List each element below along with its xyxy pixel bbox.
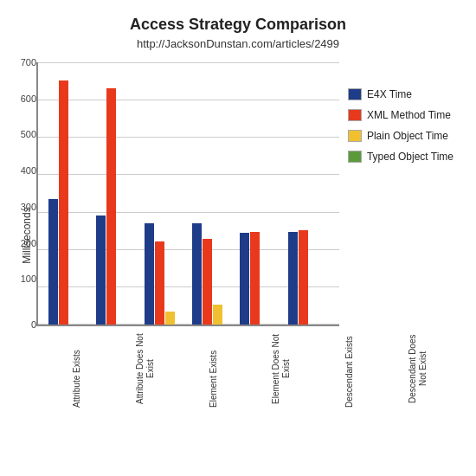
legend-label: Typed Object Time — [367, 151, 453, 163]
bar-xml — [155, 241, 164, 325]
legend-color-box — [348, 109, 362, 121]
bar-group — [285, 62, 332, 325]
bar-group — [189, 62, 236, 325]
legend-item: Plain Object Time — [348, 130, 453, 142]
bar-xml — [106, 88, 116, 325]
bar-group — [141, 62, 189, 325]
y-tick: 500 — [5, 130, 36, 139]
x-labels-row: Attribute ExistsAttribute Does Not Exist… — [36, 326, 459, 408]
bar-group — [236, 62, 284, 325]
bars-row — [189, 223, 236, 325]
legend-label: Plain Object Time — [367, 130, 448, 142]
x-label: Attribute Does Not Exist — [135, 330, 156, 408]
bar-group — [45, 62, 93, 325]
plot-area: 7006005004003002001000 — [36, 62, 339, 326]
bars-container — [38, 62, 339, 325]
bars-row — [141, 223, 189, 325]
bars-row — [93, 88, 140, 325]
chart-title: Access Strategy Comparison — [130, 16, 346, 34]
y-tick: 400 — [5, 166, 36, 176]
bar-xml — [203, 239, 212, 325]
x-label: Descendant Does Not Exist — [408, 330, 428, 408]
y-tick: 300 — [5, 202, 36, 211]
x-label-cell: Element Exists — [179, 326, 248, 408]
x-label: Element Does Not Exist — [271, 330, 292, 408]
legend-item: XML Method Time — [348, 109, 453, 121]
y-tick: 700 — [5, 58, 36, 68]
legend: E4X TimeXML Method TimePlain Object Time… — [339, 62, 459, 326]
y-tick: 600 — [5, 93, 36, 103]
bar-xml — [299, 230, 308, 325]
bar-plain — [165, 312, 175, 325]
bar-e4x — [48, 199, 58, 325]
legend-color-box — [348, 88, 362, 100]
legend-label: E4X Time — [367, 88, 412, 100]
bars-row — [285, 230, 332, 325]
bars-row — [236, 232, 284, 325]
legend-color-box — [348, 151, 362, 163]
plot-and-legend: 7006005004003002001000 E4X TimeXML Metho… — [36, 62, 459, 326]
x-label-cell: Element Does Not Exist — [248, 326, 316, 408]
x-label: Descendant Exists — [344, 330, 355, 408]
y-tick: 0 — [5, 319, 36, 329]
chart-content: 7006005004003002001000 E4X TimeXML Metho… — [36, 62, 459, 408]
x-label: Attribute Exists — [72, 330, 82, 408]
bar-e4x — [240, 233, 249, 325]
bars-row — [45, 80, 93, 325]
bar-e4x — [288, 232, 298, 325]
chart-url: http://JacksonDunstan.com/articles/2499 — [137, 37, 339, 50]
chart-area: Milliseconds 7006005004003002001000 E4X … — [17, 62, 459, 408]
bar-e4x — [145, 223, 154, 325]
bar-xml — [250, 232, 260, 325]
y-tick: 100 — [5, 274, 36, 284]
bar-e4x — [96, 215, 106, 325]
x-label-cell: Attribute Exists — [43, 326, 112, 408]
x-label-cell: Attribute Does Not Exist — [112, 326, 180, 408]
y-ticks: 7006005004003002001000 — [5, 62, 36, 325]
x-label-cell: Descendant Exists — [316, 326, 384, 408]
bar-xml — [59, 80, 68, 325]
legend-label: XML Method Time — [367, 109, 451, 121]
x-label-cell: Descendant Does Not Exist — [383, 326, 452, 408]
legend-item: E4X Time — [348, 88, 453, 100]
bar-plain — [213, 305, 222, 325]
legend-item: Typed Object Time — [348, 151, 453, 163]
bar-group — [93, 62, 140, 325]
x-label: Element Exists — [209, 330, 219, 408]
bar-e4x — [192, 223, 202, 325]
y-tick: 200 — [5, 238, 36, 248]
legend-color-box — [348, 130, 362, 142]
